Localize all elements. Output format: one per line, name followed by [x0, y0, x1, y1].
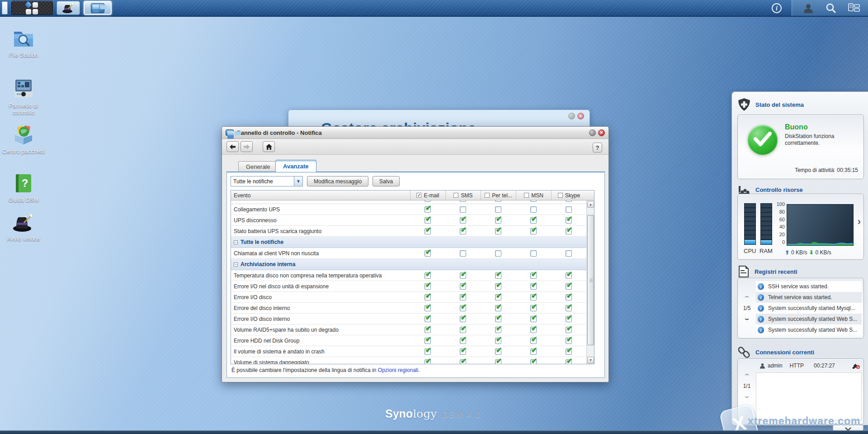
- checkbox[interactable]: ✔: [425, 250, 431, 257]
- checkbox[interactable]: ✔: [566, 305, 572, 311]
- back-button[interactable]: [226, 141, 239, 152]
- dialog-titlebar[interactable]: Pannello di controllo - Notifica ✕: [222, 127, 609, 139]
- checkbox[interactable]: ✔: [566, 228, 572, 234]
- main-menu-button[interactable]: [11, 1, 53, 15]
- checkbox[interactable]: ✔: [566, 316, 572, 322]
- taskbar-active-window-button[interactable]: [84, 1, 112, 15]
- log-item[interactable]: iSystem successfully started Web S...: [756, 324, 862, 335]
- checkbox[interactable]: ✔: [566, 327, 572, 333]
- checkbox[interactable]: ✔: [495, 272, 501, 279]
- event-column-header[interactable]: Evento: [231, 191, 410, 200]
- table-row[interactable]: ✔✔✔✔✔: [231, 200, 586, 204]
- desktop-icon-file-station[interactable]: File Station: [2, 28, 45, 58]
- desktop-icon-package-center[interactable]: Centro pacchetti: [2, 124, 45, 155]
- checkbox[interactable]: ✔: [460, 305, 466, 311]
- table-row[interactable]: Collegamento UPS✔: [231, 204, 586, 215]
- checkbox[interactable]: ✔: [495, 305, 501, 311]
- close-icon[interactable]: ✕: [598, 129, 605, 136]
- checkbox[interactable]: ✔: [566, 200, 572, 202]
- collapse-icon[interactable]: −: [234, 262, 238, 267]
- checkbox[interactable]: [495, 250, 501, 257]
- checkbox[interactable]: ✔: [425, 283, 431, 290]
- tab-generale[interactable]: Generale: [238, 161, 278, 172]
- checkbox[interactable]: ✔: [495, 283, 501, 290]
- checkbox[interactable]: ✔: [530, 316, 537, 322]
- column-header[interactable]: Per tel...: [481, 191, 516, 200]
- checkbox[interactable]: ✔: [566, 338, 572, 344]
- home-button[interactable]: [263, 141, 275, 152]
- minimize-button[interactable]: [589, 129, 596, 136]
- column-checkbox[interactable]: [558, 193, 563, 198]
- vertical-scrollbar[interactable]: ▲ ▼: [586, 200, 594, 364]
- table-row[interactable]: Chiamata al client VPN non riuscita✔: [231, 248, 586, 259]
- table-row[interactable]: Il volume di sistema è andato in crash✔✔…: [231, 346, 586, 357]
- checkbox[interactable]: ✔: [460, 316, 466, 322]
- checkbox[interactable]: ✔: [460, 327, 466, 333]
- checkbox[interactable]: ✔: [425, 348, 431, 355]
- checkbox[interactable]: ✔: [425, 217, 431, 224]
- table-row[interactable]: Volume RAID5+spare ha subito un degrado✔…: [231, 324, 586, 335]
- checkbox[interactable]: ✔: [530, 228, 537, 234]
- pilot-view-button[interactable]: [848, 3, 860, 13]
- quick-launch-button[interactable]: [57, 1, 80, 15]
- checkbox[interactable]: ✔: [530, 348, 537, 355]
- checkbox[interactable]: ✔: [425, 359, 431, 364]
- page-down-icon[interactable]: ⌄: [743, 393, 750, 399]
- table-row[interactable]: Errore del disco interno✔✔✔✔✔: [231, 303, 586, 314]
- checkbox[interactable]: ✔: [530, 294, 537, 300]
- column-header[interactable]: SMS: [445, 191, 481, 200]
- checkbox[interactable]: ✔: [495, 338, 501, 344]
- table-row[interactable]: Errore HDD nel Disk Group✔✔✔✔✔: [231, 335, 586, 346]
- table-row[interactable]: Errore I/O disco✔✔✔✔✔: [231, 292, 586, 303]
- checkbox[interactable]: ✔: [425, 228, 431, 234]
- desktop-icon-dsm-help[interactable]: ? Guida DSM: [2, 173, 45, 203]
- checkbox[interactable]: ✔: [425, 305, 431, 311]
- checkbox[interactable]: [530, 250, 537, 257]
- checkbox[interactable]: ✔: [566, 294, 572, 300]
- checkbox[interactable]: ✔: [530, 338, 537, 344]
- table-row[interactable]: Errore I/O disco interno✔✔✔✔✔: [231, 314, 586, 324]
- scrollbar-thumb[interactable]: [587, 215, 594, 345]
- checkbox[interactable]: ✔: [460, 200, 466, 202]
- table-row[interactable]: Temperatura disco non compresa nella tem…: [231, 270, 586, 281]
- checkbox[interactable]: ✔: [460, 283, 466, 290]
- checkbox[interactable]: [460, 206, 466, 213]
- table-row[interactable]: UPS disconnesso✔✔✔✔✔: [231, 215, 586, 226]
- page-up-icon[interactable]: ⌃: [743, 295, 750, 301]
- checkbox[interactable]: ✔: [566, 348, 572, 355]
- log-item[interactable]: iSSH service was started.: [756, 281, 862, 292]
- checkbox[interactable]: [530, 206, 537, 213]
- disconnect-icon[interactable]: [852, 362, 860, 370]
- edit-message-button[interactable]: Modifica messaggio: [307, 176, 368, 186]
- checkbox[interactable]: ✔: [495, 359, 501, 364]
- checkbox[interactable]: ✔: [425, 294, 431, 300]
- checkbox[interactable]: ✔: [460, 228, 466, 234]
- checkbox[interactable]: ✔: [495, 217, 501, 224]
- checkbox[interactable]: ✔: [566, 217, 572, 224]
- checkbox[interactable]: ✔: [495, 348, 501, 355]
- table-row[interactable]: Errore I/O nel disco unità di espansione…: [231, 281, 586, 292]
- show-desktop-button[interactable]: [2, 1, 8, 14]
- checkbox[interactable]: ✔: [566, 359, 572, 364]
- checkbox[interactable]: ✔: [495, 327, 501, 333]
- user-button[interactable]: [803, 3, 814, 14]
- chevron-down-icon[interactable]: ▼: [294, 176, 302, 186]
- checkbox[interactable]: ✔: [425, 316, 431, 322]
- checkbox[interactable]: ✔: [495, 228, 501, 234]
- checkbox[interactable]: ✔: [460, 338, 466, 344]
- column-header[interactable]: ✓E-mail: [410, 191, 445, 200]
- checkbox[interactable]: ✔: [460, 348, 466, 355]
- desktop-icon-quick-start[interactable]: Avvio veloce: [2, 212, 45, 242]
- column-checkbox[interactable]: [485, 193, 490, 198]
- checkbox[interactable]: ✔: [566, 283, 572, 290]
- connection-row[interactable]: admin HTTP 00:27:27: [760, 362, 862, 369]
- checkbox[interactable]: ✔: [530, 305, 537, 311]
- checkbox[interactable]: [566, 250, 572, 257]
- checkbox[interactable]: ✔: [460, 294, 466, 300]
- column-header[interactable]: Skype: [551, 191, 586, 200]
- checkbox[interactable]: ✔: [530, 327, 537, 333]
- column-checkbox[interactable]: [453, 193, 458, 198]
- checkbox[interactable]: ✔: [460, 359, 466, 364]
- close-icon[interactable]: ✕: [577, 113, 584, 119]
- log-item[interactable]: iTelnet service was started.: [756, 292, 862, 303]
